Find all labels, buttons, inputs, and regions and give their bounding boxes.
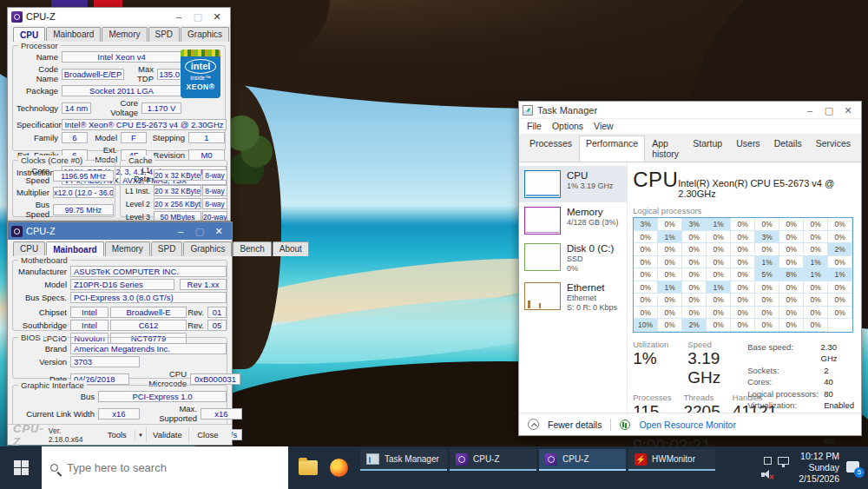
tab-processes[interactable]: Processes — [523, 135, 579, 162]
tab-details[interactable]: Details — [767, 135, 809, 162]
cpuz-app-icon — [11, 11, 23, 23]
menu-options[interactable]: Options — [548, 120, 588, 132]
minimize-icon[interactable]: – — [171, 223, 190, 239]
sidebar-item-ethernet[interactable]: EthernetEthernetS: 0 R: 0 Kbps — [519, 278, 627, 317]
taskman-titlebar[interactable]: Task Manager – ▢ ✕ — [519, 102, 861, 119]
speed-value: 3.19 GHz — [687, 349, 744, 387]
cpuz-window-mainboard: CPU-Z – ▢ ✕ CPUMainboardMemorySPDGraphic… — [7, 221, 233, 446]
sidebar-item-memory[interactable]: Memory4/128 GB (3%) — [519, 202, 627, 239]
taskman-menubar: FileOptionsView — [519, 119, 861, 134]
lp-cell: 0% — [658, 294, 682, 307]
tab-memory[interactable]: Memory — [102, 27, 147, 42]
menu-file[interactable]: File — [523, 120, 546, 132]
menu-view[interactable]: View — [589, 120, 618, 132]
revision-value: M0 — [188, 149, 225, 161]
cpuz1-titlebar[interactable]: CPU-Z – ▢ ✕ — [8, 8, 230, 25]
tab-bench[interactable]: Bench — [230, 27, 231, 42]
lp-cell: 0% — [658, 256, 682, 269]
firefox-icon[interactable] — [330, 459, 348, 477]
minimize-icon[interactable]: – — [169, 9, 188, 24]
utilization-label: Utilization — [633, 340, 668, 349]
network-icon[interactable] — [778, 457, 789, 465]
action-center-icon[interactable]: 5 — [846, 461, 861, 475]
tab-users[interactable]: Users — [729, 135, 766, 162]
sidebar-item-disk-0-c-[interactable]: Disk 0 (C:)SSD0% — [519, 239, 627, 278]
speed-label: Speed — [687, 340, 744, 349]
minimize-icon[interactable]: – — [800, 102, 819, 118]
stat-logical-processors-: Logical processors:80 — [747, 388, 854, 400]
package-value: Socket 2011 LGA — [62, 85, 181, 96]
close-icon[interactable]: ✕ — [207, 9, 227, 24]
tab-spd[interactable]: SPD — [151, 241, 183, 256]
taskbar-search[interactable] — [42, 446, 288, 489]
tab-mainboard[interactable]: Mainboard — [46, 241, 104, 256]
taskbar-button-cpu-z[interactable]: CPU-Z — [450, 449, 536, 471]
tab-cpu[interactable]: CPU — [13, 27, 45, 42]
close-button[interactable]: Close — [188, 427, 227, 442]
lp-cell: 0% — [707, 307, 731, 320]
tools-button[interactable]: Tools — [99, 427, 135, 442]
taskbar-button-hwmonitor[interactable]: ⚡HWMonitor — [628, 449, 715, 471]
tab-mainboard[interactable]: Mainboard — [46, 27, 101, 42]
tab-services[interactable]: Services — [809, 135, 858, 162]
tools-dropdown-icon[interactable]: ▼ — [135, 430, 146, 440]
core-speed-value: 1196.95 MHz — [53, 170, 114, 182]
tab-cpu[interactable]: CPU — [13, 241, 45, 256]
windows-logo-icon — [14, 460, 29, 475]
fewer-details-button[interactable]: Fewer details — [548, 420, 602, 430]
taskman-title: Task Manager — [537, 105, 597, 116]
lp-cell: 0% — [731, 231, 755, 244]
lp-cell: 0% — [707, 268, 731, 281]
bios-brand-value: American Megatrends Inc. — [70, 343, 227, 354]
tab-bench[interactable]: Bench — [233, 241, 271, 256]
taskman-sidebar: CPU1% 3.19 GHzMemory4/128 GB (3%)Disk 0 … — [519, 162, 628, 416]
level-2-size: 20 x 256 KBytes — [154, 198, 201, 209]
file-explorer-icon[interactable] — [299, 460, 318, 475]
taskbar-button-task-manager[interactable]: Task Manager — [360, 449, 447, 471]
tab-performance[interactable]: Performance — [579, 135, 645, 162]
l1-data-size: 20 x 32 KBytes — [154, 169, 201, 181]
sidebar-item-cpu[interactable]: CPU1% 3.19 GHz — [519, 166, 627, 202]
tab-startup[interactable]: Startup — [686, 135, 729, 162]
lp-cell: 0% — [755, 294, 779, 307]
search-input[interactable] — [67, 461, 279, 474]
tab-graphics[interactable]: Graphics — [183, 241, 232, 256]
notification-badge: 5 — [854, 467, 865, 478]
volume-muted-icon[interactable]: ✕ — [761, 470, 773, 479]
name-value: Intel Xeon v4 — [62, 51, 181, 63]
open-resource-monitor-link[interactable]: Open Resource Monitor — [639, 420, 735, 430]
taskbar-clock[interactable]: 10:12 PM Sunday 2/15/2026 — [799, 451, 839, 485]
chevron-up-circle-icon — [528, 419, 539, 430]
lp-cell: 0% — [804, 281, 828, 294]
lp-cell: 0% — [828, 218, 852, 231]
close-icon[interactable]: ✕ — [209, 223, 228, 239]
lp-cell: 3% — [634, 218, 658, 231]
tab-about[interactable]: About — [273, 241, 309, 256]
close-icon[interactable]: ✕ — [838, 102, 858, 118]
chipset-vendor: Intel — [70, 307, 108, 318]
taskbar-button-cpu-z[interactable]: CPU-Z — [539, 449, 626, 471]
lp-cell: 0% — [755, 243, 779, 256]
lp-cell: 0% — [804, 231, 828, 244]
tab-spd[interactable]: SPD — [148, 27, 181, 42]
tab-memory[interactable]: Memory — [105, 241, 150, 256]
tab-app-history[interactable]: App history — [645, 135, 686, 162]
offscreen-window-purple[interactable] — [51, 0, 88, 7]
validate-button[interactable]: Validate — [146, 427, 188, 442]
tab-graphics[interactable]: Graphics — [181, 27, 229, 42]
lp-cell: 0% — [658, 307, 682, 320]
maximize-icon[interactable]: ▢ — [819, 102, 838, 118]
lp-cell: 0% — [658, 218, 682, 231]
cpu-stats: Utilization1% Speed3.19 GHz Processes115… — [633, 340, 854, 460]
code-name-value: Broadwell-E/EP — [62, 69, 124, 80]
stat-sockets-: Sockets:2 — [747, 365, 854, 377]
cpuz2-titlebar[interactable]: CPU-Z – ▢ ✕ — [8, 222, 232, 240]
lp-cell: 10% — [634, 319, 658, 332]
app-window-icon[interactable] — [764, 457, 772, 465]
specification-value: Intel® Xeon® CPU E5-2673 v4 @ 2.30GHz — [62, 119, 227, 130]
footer-divider — [610, 419, 611, 431]
task-manager-icon — [523, 105, 533, 116]
stepping-value: 1 — [188, 132, 225, 143]
processor-group: Processor intel inside™ XEON® NameIntel … — [12, 45, 226, 151]
start-button[interactable] — [0, 446, 42, 489]
